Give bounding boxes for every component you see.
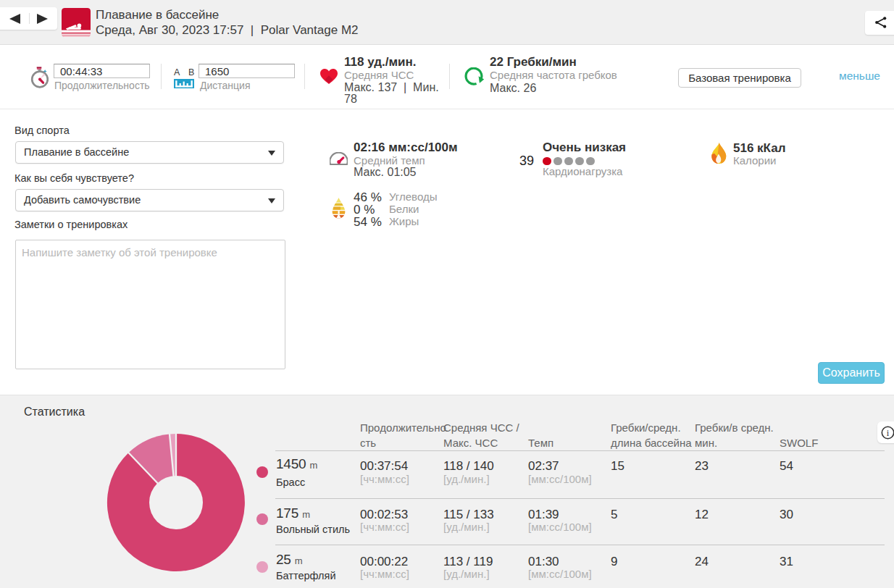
svg-text:i: i	[887, 428, 890, 438]
